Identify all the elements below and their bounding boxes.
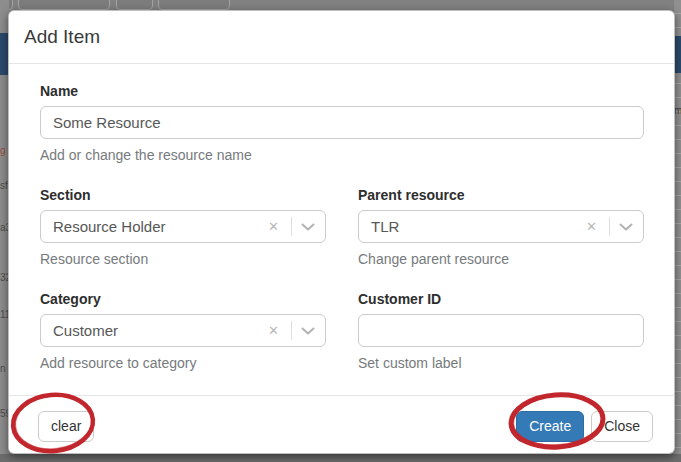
- modal-title: Add Item: [24, 26, 100, 48]
- select-divider: [291, 217, 292, 236]
- parent-resource-select[interactable]: TLR ✕: [358, 210, 644, 243]
- background-text-fragment: sf: [0, 181, 8, 191]
- parent-resource-label: Parent resource: [358, 187, 644, 203]
- category-select-value: Customer: [53, 322, 265, 339]
- screen: g sf a3 32 11 n 59 m Add Item Name Add o…: [0, 0, 681, 462]
- name-input[interactable]: [40, 106, 644, 139]
- select-divider: [291, 321, 292, 340]
- section-parent-row: Section Resource Holder ✕ Resource secti…: [40, 187, 644, 267]
- name-label: Name: [40, 83, 644, 99]
- category-customer-row: Category Customer ✕ Add resource to cate…: [40, 291, 644, 371]
- customer-id-helper-text: Set custom label: [358, 355, 644, 371]
- modal-body: Name Add or change the resource name Sec…: [9, 64, 674, 395]
- modal-footer: clear Create Close: [9, 395, 674, 456]
- chevron-down-icon[interactable]: [301, 223, 315, 231]
- customer-id-field-group: Customer ID Set custom label: [358, 291, 644, 371]
- section-label: Section: [40, 187, 326, 203]
- section-select[interactable]: Resource Holder ✕: [40, 210, 326, 243]
- background-text-fragment: m: [674, 106, 681, 116]
- clear-button[interactable]: clear: [38, 411, 94, 442]
- parent-resource-helper-text: Change parent resource: [358, 251, 644, 267]
- section-helper-text: Resource section: [40, 251, 326, 267]
- category-helper-text: Add resource to category: [40, 355, 326, 371]
- customer-id-label: Customer ID: [358, 291, 644, 307]
- category-select[interactable]: Customer ✕: [40, 314, 326, 347]
- clear-selection-icon[interactable]: ✕: [583, 218, 600, 235]
- section-field-group: Section Resource Holder ✕ Resource secti…: [40, 187, 326, 267]
- create-button[interactable]: Create: [516, 411, 584, 442]
- chevron-down-icon[interactable]: [619, 223, 633, 231]
- close-button[interactable]: Close: [591, 411, 653, 442]
- background-button: [18, 0, 110, 10]
- category-label: Category: [40, 291, 326, 307]
- background-navy-band: [674, 36, 681, 73]
- clear-selection-icon[interactable]: ✕: [265, 322, 282, 339]
- backdrop-right-strip: m: [674, 0, 681, 462]
- section-select-value: Resource Holder: [53, 218, 265, 235]
- name-field-group: Name Add or change the resource name: [40, 83, 644, 163]
- background-text-fragment: g: [0, 146, 6, 156]
- add-item-modal: Add Item Name Add or change the resource…: [8, 10, 675, 454]
- modal-header: Add Item: [9, 11, 674, 64]
- background-text-fragment: n: [0, 364, 6, 374]
- background-button: [158, 0, 230, 10]
- parent-resource-select-value: TLR: [371, 218, 583, 235]
- background-button: [116, 0, 153, 10]
- select-divider: [609, 217, 610, 236]
- customer-id-input[interactable]: [358, 314, 644, 347]
- clear-selection-icon[interactable]: ✕: [265, 218, 282, 235]
- category-field-group: Category Customer ✕ Add resource to cate…: [40, 291, 326, 371]
- chevron-down-icon[interactable]: [301, 327, 315, 335]
- name-helper-text: Add or change the resource name: [40, 147, 644, 163]
- parent-resource-field-group: Parent resource TLR ✕ Change parent reso…: [358, 187, 644, 267]
